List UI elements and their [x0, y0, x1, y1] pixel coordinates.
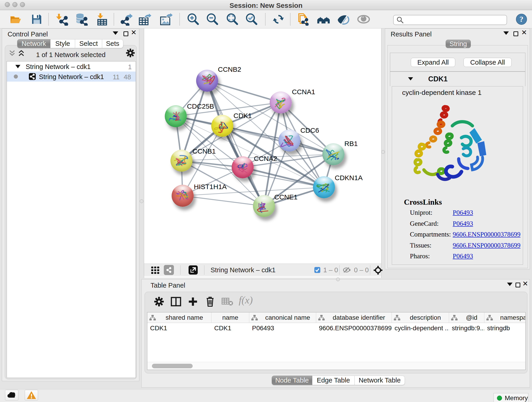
- gear-icon[interactable]: [126, 48, 135, 57]
- tab-edge-table[interactable]: Edge Table: [312, 376, 355, 385]
- network-node-CCNA2[interactable]: [232, 156, 254, 178]
- network-edge[interactable]: [183, 196, 264, 206]
- network-node-CCNB1[interactable]: [171, 150, 192, 172]
- cloud-status-button[interactable]: [5, 390, 18, 400]
- network-node-CDKN1A[interactable]: [313, 176, 335, 198]
- float-panel-icon[interactable]: [513, 32, 518, 36]
- table-cell[interactable]: CDK1: [147, 323, 211, 333]
- network-row[interactable]: String Network – cdk1 11 48: [7, 71, 136, 82]
- hide-selected-button[interactable]: [336, 13, 350, 26]
- zoom-selected-button[interactable]: [245, 13, 258, 26]
- column-header-database-identifier[interactable]: database identifier: [316, 313, 392, 323]
- table-cell[interactable]: CDK1: [211, 323, 249, 333]
- close-panel-icon[interactable]: ✕: [131, 30, 137, 35]
- center-view-icon[interactable]: [373, 265, 383, 275]
- open-session-button[interactable]: [9, 13, 22, 26]
- column-header-shared-name[interactable]: shared name: [147, 313, 211, 323]
- search-input[interactable]: [404, 17, 502, 24]
- tab-select[interactable]: Select: [75, 39, 102, 48]
- crosslink-link[interactable]: P06493: [453, 252, 473, 260]
- bottom-splitter-handle[interactable]: [336, 278, 340, 281]
- horizontal-scrollbar[interactable]: [147, 362, 525, 370]
- collection-expander-icon[interactable]: [15, 65, 21, 69]
- delete-table-icon[interactable]: [222, 297, 234, 306]
- node-section-header[interactable]: CDK1: [390, 71, 525, 86]
- network-edge[interactable]: [207, 81, 281, 102]
- left-splitter-handle[interactable]: [140, 199, 143, 203]
- network-node-CDC25B[interactable]: [165, 105, 187, 127]
- export-image-button[interactable]: [160, 13, 173, 26]
- tab-style[interactable]: Style: [51, 39, 75, 48]
- show-all-button[interactable]: [357, 13, 370, 26]
- column-header-namespace[interactable]: namespace: [484, 313, 526, 323]
- memory-button[interactable]: Memory: [494, 393, 528, 402]
- search-field[interactable]: [393, 15, 507, 25]
- refresh-layout-button[interactable]: [272, 13, 285, 26]
- network-node-CDK1[interactable]: [211, 115, 233, 137]
- delete-column-icon[interactable]: [205, 296, 215, 307]
- close-panel-icon[interactable]: ✕: [521, 30, 527, 35]
- close-panel-icon[interactable]: ✕: [522, 281, 528, 286]
- network-node-CCNA1[interactable]: [270, 91, 292, 114]
- tab-string[interactable]: String: [446, 40, 471, 48]
- section-expander-icon[interactable]: [408, 77, 413, 80]
- crosslink-link[interactable]: 9606.ENSP00000378699: [453, 242, 520, 249]
- save-icon: [31, 13, 43, 26]
- import-table-button[interactable]: [95, 13, 109, 26]
- collection-count: 1: [117, 63, 132, 71]
- add-column-icon[interactable]: [187, 296, 198, 307]
- first-neighbors-button[interactable]: [317, 13, 330, 26]
- expand-all-button[interactable]: Expand All: [411, 58, 455, 67]
- network-node-CCNB2[interactable]: [196, 70, 218, 92]
- zoom-in-button[interactable]: [186, 13, 200, 26]
- tab-sets[interactable]: Sets: [102, 39, 123, 48]
- table-cell[interactable]: cyclin-dependent ...: [392, 323, 449, 333]
- zoom-out-button[interactable]: [206, 13, 219, 26]
- export-table-button[interactable]: [138, 13, 152, 26]
- crosslink-link[interactable]: 9606.ENSP00000378699: [453, 230, 520, 238]
- table-cell[interactable]: 9606.ENSP00000378699: [316, 323, 392, 333]
- import-network-button[interactable]: [56, 13, 69, 26]
- network-node-CCNE1[interactable]: [253, 195, 275, 217]
- scrollbar-thumb[interactable]: [152, 364, 193, 368]
- warnings-button[interactable]: [25, 390, 38, 400]
- network-node-HIST1H1A[interactable]: [172, 185, 194, 207]
- network-share-button[interactable]: [164, 265, 174, 275]
- table-cell[interactable]: P06493: [249, 323, 316, 333]
- float-menu-icon[interactable]: [507, 283, 513, 286]
- selected-checkbox-icon[interactable]: [314, 267, 321, 273]
- network-node-RB1[interactable]: [322, 143, 344, 165]
- export-network-button[interactable]: [120, 13, 133, 26]
- help-button[interactable]: ?: [515, 13, 528, 26]
- float-panel-icon[interactable]: [123, 32, 128, 36]
- float-menu-icon[interactable]: [113, 32, 118, 35]
- column-header-canonical-name[interactable]: canonical name: [249, 313, 316, 323]
- help-icon: ?: [515, 13, 527, 25]
- crosslink-link[interactable]: P06493: [453, 220, 473, 227]
- float-panel-icon[interactable]: [515, 283, 520, 287]
- collapse-all-button[interactable]: Collapse All: [463, 58, 512, 67]
- network-node-CDC6[interactable]: [278, 129, 300, 152]
- table-cell[interactable]: stringdb:9...: [449, 323, 484, 333]
- tab-network[interactable]: Network: [17, 39, 51, 48]
- right-splitter-handle[interactable]: [381, 150, 385, 154]
- column-header--id[interactable]: @id: [449, 313, 484, 323]
- open-in-browser-button[interactable]: [189, 265, 198, 274]
- crosslink-link[interactable]: P06493: [453, 209, 473, 216]
- save-session-button[interactable]: [30, 13, 43, 26]
- zoom-fit-button[interactable]: [225, 13, 239, 26]
- network-collection-row[interactable]: String Network – cdk1 1: [7, 61, 136, 71]
- function-builder-button[interactable]: f(x): [239, 294, 253, 306]
- tab-network-table[interactable]: Network Table: [355, 376, 405, 385]
- network-canvas[interactable]: CCNB2CCNA1CDC25BCDK1CDC6RB1CCNB1CCNA2CDK…: [144, 28, 381, 264]
- table-settings-gear-icon[interactable]: [154, 297, 164, 307]
- float-menu-icon[interactable]: [503, 32, 509, 35]
- birds-eye-toggle-icon[interactable]: [151, 266, 160, 275]
- duplicate-network-button[interactable]: [297, 13, 310, 26]
- column-header-description[interactable]: description: [392, 313, 449, 323]
- table-cell[interactable]: stringdb: [484, 323, 526, 333]
- tab-node-table[interactable]: Node Table: [272, 376, 312, 385]
- column-header-name[interactable]: name: [211, 313, 249, 323]
- import-database-button[interactable]: [75, 13, 88, 26]
- show-columns-icon[interactable]: [171, 296, 181, 307]
